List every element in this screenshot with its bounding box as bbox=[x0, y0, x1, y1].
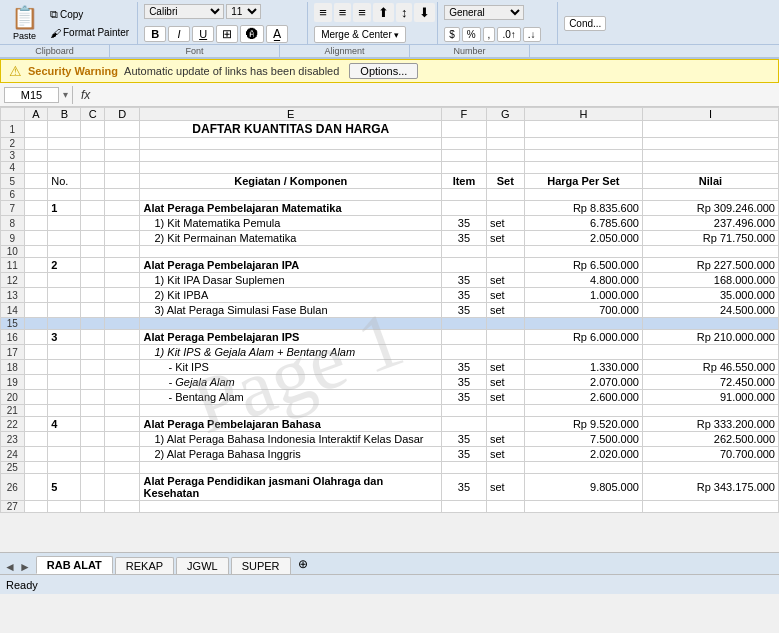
table-cell[interactable]: Rp 8.835.600 bbox=[524, 201, 642, 216]
row-header[interactable]: 14 bbox=[1, 303, 25, 318]
table-cell[interactable] bbox=[105, 375, 140, 390]
table-cell[interactable] bbox=[81, 375, 105, 390]
table-cell[interactable] bbox=[105, 501, 140, 513]
table-cell[interactable] bbox=[441, 121, 486, 138]
font-size-select[interactable]: 11 bbox=[226, 4, 261, 19]
table-cell[interactable] bbox=[105, 121, 140, 138]
table-cell[interactable] bbox=[81, 258, 105, 273]
row-header[interactable]: 4 bbox=[1, 162, 25, 174]
table-cell[interactable]: 2.070.000 bbox=[524, 375, 642, 390]
align-center-button[interactable]: ≡ bbox=[334, 3, 352, 22]
table-cell[interactable] bbox=[48, 246, 81, 258]
table-cell[interactable] bbox=[524, 318, 642, 330]
table-cell[interactable] bbox=[486, 330, 524, 345]
table-cell[interactable]: 1.000.000 bbox=[524, 288, 642, 303]
table-cell[interactable] bbox=[81, 138, 105, 150]
tab-super[interactable]: SUPER bbox=[231, 557, 291, 574]
table-cell[interactable] bbox=[105, 474, 140, 501]
table-cell[interactable] bbox=[105, 150, 140, 162]
align-right-button[interactable]: ≡ bbox=[353, 3, 371, 22]
row-header[interactable]: 1 bbox=[1, 121, 25, 138]
tab-rab-alat[interactable]: RAB ALAT bbox=[36, 556, 113, 574]
table-cell[interactable] bbox=[48, 138, 81, 150]
table-cell[interactable]: set bbox=[486, 390, 524, 405]
row-header[interactable]: 8 bbox=[1, 216, 25, 231]
table-cell[interactable] bbox=[441, 318, 486, 330]
table-cell[interactable] bbox=[81, 121, 105, 138]
table-cell[interactable]: 35 bbox=[441, 474, 486, 501]
table-cell[interactable] bbox=[642, 501, 778, 513]
table-cell[interactable] bbox=[642, 405, 778, 417]
table-cell[interactable] bbox=[24, 201, 48, 216]
insert-sheet-button[interactable]: ⊕ bbox=[293, 554, 313, 574]
table-cell[interactable] bbox=[642, 462, 778, 474]
row-header[interactable]: 24 bbox=[1, 447, 25, 462]
table-cell[interactable] bbox=[486, 318, 524, 330]
table-cell[interactable]: Alat Peraga Pembelajaran IPA bbox=[140, 258, 442, 273]
table-cell[interactable] bbox=[524, 501, 642, 513]
table-cell[interactable] bbox=[486, 121, 524, 138]
table-cell[interactable]: No. bbox=[48, 174, 81, 189]
row-header[interactable]: 2 bbox=[1, 138, 25, 150]
table-cell[interactable] bbox=[81, 303, 105, 318]
table-cell[interactable] bbox=[105, 390, 140, 405]
table-cell[interactable] bbox=[24, 138, 48, 150]
increase-decimal-button[interactable]: .0↑ bbox=[497, 27, 520, 42]
table-cell[interactable] bbox=[524, 162, 642, 174]
number-format-select[interactable]: General bbox=[444, 5, 524, 20]
table-cell[interactable] bbox=[105, 162, 140, 174]
table-cell[interactable]: 35 bbox=[441, 390, 486, 405]
align-left-button[interactable]: ≡ bbox=[314, 3, 332, 22]
table-cell[interactable] bbox=[105, 318, 140, 330]
table-cell[interactable]: 1 bbox=[48, 201, 81, 216]
table-cell[interactable] bbox=[524, 150, 642, 162]
table-cell[interactable]: 35 bbox=[441, 231, 486, 246]
table-cell[interactable]: set bbox=[486, 273, 524, 288]
table-cell[interactable] bbox=[48, 390, 81, 405]
table-cell[interactable] bbox=[24, 121, 48, 138]
align-top-button[interactable]: ⬆ bbox=[373, 3, 394, 22]
table-cell[interactable] bbox=[105, 246, 140, 258]
table-cell[interactable] bbox=[105, 138, 140, 150]
table-cell[interactable] bbox=[642, 189, 778, 201]
table-cell[interactable] bbox=[24, 318, 48, 330]
table-cell[interactable]: set bbox=[486, 474, 524, 501]
table-cell[interactable] bbox=[24, 405, 48, 417]
table-cell[interactable] bbox=[441, 246, 486, 258]
table-cell[interactable] bbox=[524, 138, 642, 150]
table-cell[interactable] bbox=[81, 201, 105, 216]
table-cell[interactable]: 2) Alat Peraga Bahasa Inggris bbox=[140, 447, 442, 462]
table-cell[interactable] bbox=[81, 474, 105, 501]
table-cell[interactable]: 2.600.000 bbox=[524, 390, 642, 405]
table-cell[interactable] bbox=[24, 150, 48, 162]
table-cell[interactable] bbox=[524, 121, 642, 138]
row-header[interactable]: 16 bbox=[1, 330, 25, 345]
decrease-decimal-button[interactable]: .↓ bbox=[523, 27, 541, 42]
table-cell[interactable]: 35 bbox=[441, 288, 486, 303]
row-header[interactable]: 5 bbox=[1, 174, 25, 189]
table-cell[interactable] bbox=[642, 138, 778, 150]
table-cell[interactable] bbox=[24, 417, 48, 432]
table-cell[interactable]: 35 bbox=[441, 360, 486, 375]
table-cell[interactable] bbox=[140, 162, 442, 174]
col-header-e[interactable]: E bbox=[140, 108, 442, 121]
table-cell[interactable]: 2 bbox=[48, 258, 81, 273]
table-cell[interactable] bbox=[48, 360, 81, 375]
row-header[interactable]: 11 bbox=[1, 258, 25, 273]
table-cell[interactable]: Rp 46.550.000 bbox=[642, 360, 778, 375]
table-cell[interactable]: 35 bbox=[441, 216, 486, 231]
table-cell[interactable] bbox=[441, 417, 486, 432]
table-cell[interactable] bbox=[105, 201, 140, 216]
table-cell[interactable] bbox=[524, 405, 642, 417]
table-cell[interactable] bbox=[81, 417, 105, 432]
table-cell[interactable] bbox=[642, 121, 778, 138]
table-cell[interactable]: Alat Peraga Pembelajaran IPS bbox=[140, 330, 442, 345]
row-header[interactable]: 25 bbox=[1, 462, 25, 474]
table-cell[interactable] bbox=[105, 231, 140, 246]
table-cell[interactable]: 4 bbox=[48, 417, 81, 432]
row-header[interactable]: 27 bbox=[1, 501, 25, 513]
table-cell[interactable] bbox=[24, 303, 48, 318]
table-cell[interactable] bbox=[24, 174, 48, 189]
table-cell[interactable] bbox=[48, 375, 81, 390]
table-cell[interactable]: 168.000.000 bbox=[642, 273, 778, 288]
